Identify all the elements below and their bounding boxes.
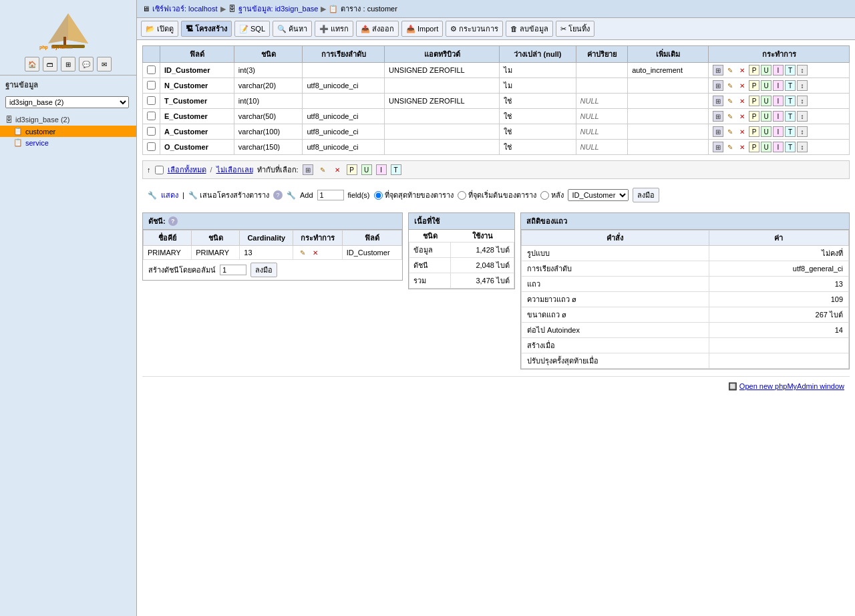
structure-btn[interactable]: 🏗 โครงสร้าง <box>181 21 232 37</box>
server-breadcrumb-link[interactable]: เซิร์ฟเวอร์: localhost <box>152 3 218 15</box>
field-browse-5[interactable]: ⊞ <box>713 142 723 152</box>
field-delete-4[interactable]: ✕ <box>737 126 747 137</box>
insert-btn[interactable]: ➕ แทรก <box>315 21 353 37</box>
present-schema-link[interactable]: 🔧 เสนอโครงสร้างตาราง <box>188 189 269 201</box>
radio-start[interactable] <box>458 191 466 200</box>
bulk-fulltext-icon[interactable]: T <box>391 164 401 175</box>
export-btn[interactable]: 📤 ส่งออก <box>356 21 399 37</box>
field-fulltext-5[interactable]: T <box>785 142 796 152</box>
select-all-cb[interactable] <box>155 166 164 174</box>
add-fields-btn[interactable]: ลงมือ <box>633 188 659 202</box>
field-move-3[interactable]: ↕ <box>797 111 808 122</box>
create-index-input[interactable] <box>220 265 246 275</box>
db-nav-icon[interactable]: 🗃 <box>43 57 57 71</box>
field-move-2[interactable]: ↕ <box>797 96 808 106</box>
field-fulltext-2[interactable]: T <box>785 96 796 106</box>
field-browse-0[interactable]: ⊞ <box>713 65 723 75</box>
field-browse-3[interactable]: ⊞ <box>713 111 723 122</box>
field-fulltext-4[interactable]: T <box>785 126 796 137</box>
field-edit-4[interactable]: ✎ <box>725 126 735 137</box>
bulk-browse-icon[interactable]: ⊞ <box>303 164 313 175</box>
field-move-4[interactable]: ↕ <box>797 126 808 137</box>
idx-edit-icon[interactable]: ✎ <box>297 247 308 258</box>
field-fulltext-3[interactable]: T <box>785 111 796 122</box>
sql-btn[interactable]: 📝 SQL <box>234 21 270 37</box>
help-icon[interactable]: ? <box>273 190 283 200</box>
field-edit-2[interactable]: ✎ <box>725 96 735 106</box>
field-index-1[interactable]: I <box>773 80 784 91</box>
db-select[interactable]: id3sign_base (2) <box>5 96 129 108</box>
grid-nav-icon[interactable]: ⊞ <box>61 57 75 71</box>
truncate-btn[interactable]: ✂ โยนทิ้ง <box>556 21 594 37</box>
field-move-0[interactable]: ↕ <box>797 65 808 75</box>
field-fulltext-0[interactable]: T <box>785 65 796 75</box>
field-primary-0[interactable]: P <box>749 65 759 75</box>
add-link[interactable]: แสดง <box>161 189 178 201</box>
radio-end[interactable] <box>374 191 383 200</box>
field-index-0[interactable]: I <box>773 65 784 75</box>
field-index-2[interactable]: I <box>773 96 784 106</box>
deselect-link[interactable]: ไม่เลือกเลย <box>216 164 253 176</box>
field-unique-2[interactable]: U <box>761 96 772 106</box>
bulk-delete-icon[interactable]: ✕ <box>332 164 343 175</box>
field-delete-0[interactable]: ✕ <box>737 65 747 75</box>
home-nav-icon[interactable]: 🏠 <box>25 57 39 71</box>
field-browse-4[interactable]: ⊞ <box>713 126 723 137</box>
select-all-link[interactable]: เลือกทั้งหมด <box>168 164 206 176</box>
row-checkbox-4[interactable] <box>147 127 156 136</box>
mail-nav-icon[interactable]: ✉ <box>97 57 112 71</box>
browse-btn[interactable]: 📂 เปิดดู <box>141 21 178 37</box>
field-index-3[interactable]: I <box>773 111 784 122</box>
create-index-btn[interactable]: ลงมือ <box>250 263 277 277</box>
field-primary-3[interactable]: P <box>749 111 759 122</box>
field-browse-1[interactable]: ⊞ <box>713 80 723 91</box>
sidebar-item-service[interactable]: 📋 service <box>0 137 136 148</box>
indexes-help-icon[interactable]: ? <box>168 216 178 226</box>
field-primary-2[interactable]: P <box>749 96 759 106</box>
field-delete-3[interactable]: ✕ <box>737 111 747 122</box>
field-move-5[interactable]: ↕ <box>797 142 808 152</box>
open-new-window-link[interactable]: Open new phpMyAdmin window <box>739 382 844 390</box>
field-edit-0[interactable]: ✎ <box>725 65 735 75</box>
field-edit-1[interactable]: ✎ <box>725 80 735 91</box>
sidebar-item-customer[interactable]: 📋 customer <box>0 126 136 137</box>
field-unique-1[interactable]: U <box>761 80 772 91</box>
sidebar-item-db[interactable]: 🗄 id3sign_base (2) <box>0 114 136 126</box>
field-unique-5[interactable]: U <box>761 142 772 152</box>
idx-delete-icon[interactable]: ✕ <box>310 247 321 258</box>
row-checkbox-0[interactable] <box>147 65 156 74</box>
field-primary-1[interactable]: P <box>749 80 759 91</box>
field-edit-5[interactable]: ✎ <box>725 142 735 152</box>
import-btn[interactable]: 📥 Import <box>401 21 443 37</box>
field-delete-1[interactable]: ✕ <box>737 80 747 91</box>
field-primary-4[interactable]: P <box>749 126 759 137</box>
bulk-primary-icon[interactable]: P <box>347 164 357 175</box>
row-checkbox-3[interactable] <box>147 112 156 120</box>
field-fulltext-1[interactable]: T <box>785 80 796 91</box>
add-fields-input[interactable] <box>317 190 344 200</box>
field-move-1[interactable]: ↕ <box>797 80 808 91</box>
field-unique-4[interactable]: U <box>761 126 772 137</box>
field-index-4[interactable]: I <box>773 126 784 137</box>
bulk-unique-icon[interactable]: U <box>361 164 372 175</box>
field-primary-5[interactable]: P <box>749 142 759 152</box>
after-field-select[interactable]: ID_CustomerN_CustomerT_CustomerE_Custome… <box>568 189 629 201</box>
search-btn[interactable]: 🔍 ค้นหา <box>273 21 312 37</box>
field-unique-0[interactable]: U <box>761 65 772 75</box>
field-browse-2[interactable]: ⊞ <box>713 96 723 106</box>
chat-nav-icon[interactable]: 💬 <box>79 57 94 71</box>
drop-btn[interactable]: 🗑 ลบข้อมูล <box>506 21 553 37</box>
field-unique-3[interactable]: U <box>761 111 772 122</box>
field-delete-5[interactable]: ✕ <box>737 142 747 152</box>
field-index-5[interactable]: I <box>773 142 784 152</box>
field-delete-2[interactable]: ✕ <box>737 96 747 106</box>
operations-btn[interactable]: ⚙ กระบวนการ <box>446 21 503 37</box>
row-checkbox-1[interactable] <box>147 81 156 90</box>
row-checkbox-2[interactable] <box>147 96 156 105</box>
row-checkbox-5[interactable] <box>147 142 156 151</box>
db-breadcrumb-link[interactable]: ฐานข้อมูล: id3sign_base <box>238 3 319 15</box>
radio-after[interactable] <box>540 191 549 200</box>
bulk-edit-icon[interactable]: ✎ <box>317 164 328 175</box>
field-edit-3[interactable]: ✎ <box>725 111 735 122</box>
bulk-index-icon[interactable]: I <box>376 164 387 175</box>
